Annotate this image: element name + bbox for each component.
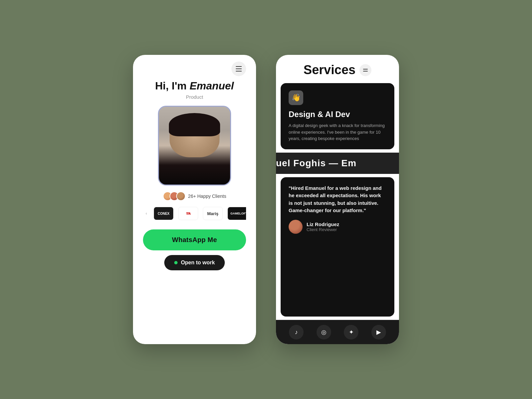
whatsapp-button[interactable]: WhatsApp Me	[143, 229, 246, 250]
user-subtitle: Product	[186, 94, 203, 100]
testimonial-quote: "Hired Emanuel for a web redesign and he…	[289, 185, 386, 214]
testimonial-card: "Hired Emanuel for a web redesign and he…	[281, 177, 394, 317]
right-phone: Services 👋 Design & AI Dev A digital des…	[276, 55, 399, 344]
hamburger-line-3	[236, 71, 242, 71]
greeting-heading: Hi, I'm Emanuel	[155, 79, 234, 92]
scrolling-ticker: uel Foghis — Em	[276, 153, 399, 174]
logos-inner: CONEX T̶R̶ Mariş GAMELOFT ◀	[154, 207, 246, 220]
reviewer-role: Client Reviewer	[307, 227, 339, 232]
logo-gameloft: GAMELOFT	[227, 207, 246, 220]
youtube-button[interactable]: ▶	[371, 325, 386, 339]
logos-scroll-arrow[interactable]: ‹	[143, 210, 150, 217]
design-ai-card: 👋 Design & AI Dev A digital design geek …	[281, 83, 394, 149]
open-to-work-button[interactable]: Open to work	[164, 255, 225, 270]
services-menu-button[interactable]	[359, 64, 371, 76]
design-card-icon: 👋	[289, 90, 303, 105]
photo-bg	[159, 107, 230, 185]
logos-strip: ‹ CONEX T̶R̶ Mariş GAMELOFT ◀	[143, 207, 246, 220]
hamburger-line-1	[236, 66, 242, 67]
hamburger-line-2	[236, 68, 242, 69]
menu-line-1	[363, 69, 368, 69]
ticker-text: uel Foghis — Em	[276, 158, 356, 169]
menu-line-2	[363, 71, 368, 71]
instagram-icon: ◎	[321, 329, 327, 336]
reviewer-avatar	[289, 220, 303, 234]
design-card-title: Design & AI Dev	[289, 110, 386, 119]
services-header: Services	[276, 55, 399, 83]
featured-button[interactable]: ✦	[344, 325, 358, 339]
client-avatars-group	[163, 192, 186, 201]
services-content: 👋 Design & AI Dev A digital design geek …	[276, 83, 399, 320]
reviewer-info: Liz Rodriguez Client Reviewer	[307, 221, 339, 232]
youtube-icon: ▶	[376, 329, 381, 336]
reviewer-row: Liz Rodriguez Client Reviewer	[289, 220, 386, 234]
logo-maris: Mariş	[203, 207, 223, 220]
instagram-button[interactable]: ◎	[317, 325, 331, 339]
services-title: Services	[304, 63, 355, 77]
greeting-name: Emanuel	[190, 80, 234, 92]
social-bar: ♪ ◎ ✦ ▶	[276, 320, 399, 344]
greeting-prefix: Hi, I'm	[155, 80, 190, 92]
green-dot-icon	[174, 261, 178, 264]
tiktok-button[interactable]: ♪	[289, 325, 304, 339]
logo-tr: T̶R̶	[178, 207, 198, 220]
client-avatar-3	[176, 192, 186, 201]
star-icon: ✦	[349, 329, 354, 336]
left-phone: Hi, I'm Emanuel Product 26+ Happy Client…	[133, 55, 256, 344]
profile-photo	[158, 106, 231, 186]
happy-clients-count: 26+ Happy Clients	[188, 194, 226, 199]
open-to-work-label: Open to work	[181, 260, 215, 266]
happy-clients-row: 26+ Happy Clients	[163, 192, 226, 201]
tiktok-icon: ♪	[295, 329, 298, 336]
reviewer-name: Liz Rodriguez	[307, 221, 339, 227]
logo-conex: CONEX	[154, 207, 174, 220]
hamburger-menu-button[interactable]	[231, 62, 246, 76]
design-card-description: A digital design geek with a knack for t…	[289, 122, 386, 142]
